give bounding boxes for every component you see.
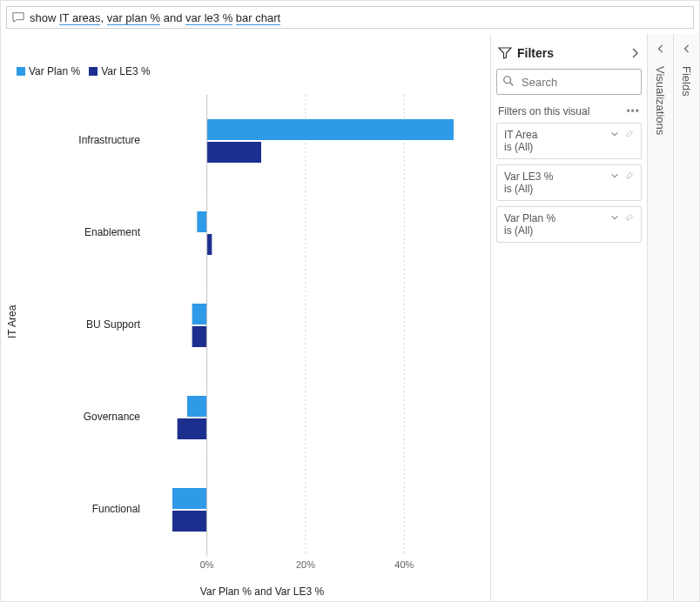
- legend-item-1[interactable]: Var Plan %: [17, 65, 80, 77]
- erase-icon[interactable]: [624, 171, 634, 183]
- filter-field-value: is (All): [504, 183, 610, 195]
- filter-field-name: Var LE3 %: [504, 171, 610, 183]
- visualizations-label: Visualizations: [654, 66, 667, 135]
- filters-section-header: Filters on this visual •••: [498, 105, 640, 117]
- filter-card[interactable]: Var Plan %is (All): [496, 206, 642, 243]
- qa-phrase-4: bar chart: [236, 11, 280, 25]
- qa-phrase-2: var plan %: [107, 11, 160, 25]
- x-tick-label: 0%: [190, 559, 225, 570]
- erase-icon[interactable]: [624, 212, 634, 224]
- legend-label-1: Var Plan %: [29, 65, 80, 77]
- qa-prefix: show: [30, 11, 59, 24]
- bar[interactable]: [207, 119, 454, 140]
- app-root: show IT areas, var plan % and var le3 % …: [0, 0, 700, 602]
- filter-cards: IT Areais (All)Var LE3 %is (All)Var Plan…: [496, 123, 642, 243]
- bar[interactable]: [197, 211, 206, 232]
- more-icon[interactable]: •••: [626, 105, 640, 117]
- filter-field-value: is (All): [504, 224, 610, 237]
- filter-field-name: Var Plan %: [504, 212, 610, 224]
- swatch-2: [89, 67, 98, 76]
- body: Var Plan % Var LE3 % IT Area Infrastruct…: [1, 34, 699, 601]
- plot-area: [158, 86, 454, 578]
- x-tick-label: 20%: [288, 559, 323, 570]
- filter-icon: [498, 46, 512, 60]
- legend-label-2: Var LE3 %: [101, 65, 150, 77]
- qa-phrase-1: IT areas: [59, 11, 100, 25]
- chevron-down-icon[interactable]: [610, 212, 619, 224]
- chevron-down-icon[interactable]: [610, 129, 619, 141]
- chart-area: Var Plan % Var LE3 % IT Area Infrastruct…: [1, 34, 490, 601]
- chevron-left-icon: [683, 43, 691, 56]
- category-label: Enablement: [62, 226, 140, 238]
- x-tick-label: 40%: [387, 559, 421, 570]
- fields-label: Fields: [680, 66, 693, 97]
- chart-legend: Var Plan % Var LE3 %: [17, 65, 151, 77]
- bar[interactable]: [172, 511, 207, 532]
- filter-card[interactable]: IT Areais (All): [496, 123, 642, 159]
- qa-text: show IT areas, var plan % and var le3 % …: [30, 11, 280, 24]
- filters-header: Filters: [498, 46, 640, 60]
- chevron-down-icon[interactable]: [610, 171, 619, 183]
- category-label: Governance: [62, 411, 140, 423]
- filters-section-title: Filters on this visual: [498, 105, 589, 117]
- bar[interactable]: [207, 142, 261, 163]
- filter-field-value: is (All): [504, 141, 610, 153]
- bar[interactable]: [172, 488, 207, 509]
- fields-rail[interactable]: Fields: [673, 34, 699, 601]
- category-label: BU Support: [62, 318, 140, 331]
- erase-icon[interactable]: [624, 129, 634, 141]
- chevron-left-icon: [656, 43, 665, 56]
- visualizations-rail[interactable]: Visualizations: [647, 34, 673, 601]
- swatch-1: [17, 67, 25, 76]
- filter-card[interactable]: Var LE3 %is (All): [496, 164, 642, 201]
- collapse-filters-icon[interactable]: [629, 48, 640, 58]
- qa-phrase-3: var le3 %: [185, 11, 232, 25]
- filters-title: Filters: [517, 46, 554, 60]
- legend-item-2[interactable]: Var LE3 %: [89, 65, 150, 77]
- bar[interactable]: [192, 326, 207, 347]
- filter-field-name: IT Area: [504, 129, 610, 141]
- filters-search-input[interactable]: [520, 75, 636, 90]
- filters-search[interactable]: [496, 69, 642, 95]
- y-axis-label: IT Area: [6, 305, 18, 338]
- comment-icon: [12, 11, 24, 23]
- bar[interactable]: [187, 396, 207, 417]
- filters-panel: Filters Filters on this visual ••• IT Ar…: [490, 34, 647, 601]
- svg-line-5: [510, 82, 514, 85]
- chart-svg: [158, 86, 454, 578]
- category-label: Functional: [62, 503, 140, 515]
- svg-point-4: [504, 76, 511, 83]
- bar[interactable]: [207, 234, 212, 255]
- search-icon: [502, 75, 515, 90]
- bar[interactable]: [192, 304, 207, 324]
- bar[interactable]: [178, 418, 207, 439]
- qa-input-bar[interactable]: show IT areas, var plan % and var le3 % …: [6, 6, 694, 29]
- x-axis-label: Var Plan % and Var LE3 %: [175, 585, 349, 598]
- category-label: Infrastructure: [62, 134, 140, 146]
